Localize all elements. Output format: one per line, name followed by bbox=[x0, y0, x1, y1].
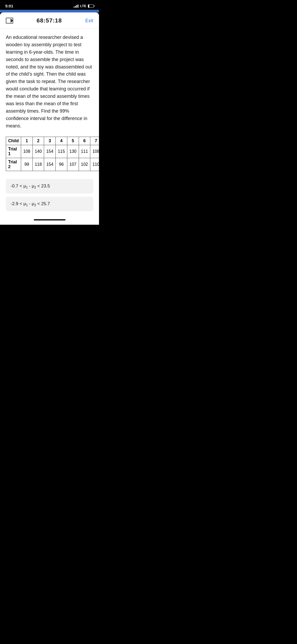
battery-icon bbox=[88, 4, 94, 8]
table-row: Trial1 108 140 154 115 130 111 108 bbox=[6, 145, 99, 158]
battery-fill bbox=[88, 5, 89, 7]
col-header-1: 1 bbox=[21, 137, 33, 145]
trial2-child7: 110 bbox=[90, 158, 99, 171]
question-text: An educational researcher devised a wood… bbox=[6, 34, 93, 130]
col-header-6: 6 bbox=[79, 137, 90, 145]
timer-bar: 68:57:18 Exit bbox=[0, 12, 99, 29]
answer-text-a: -0.7 < μ1 - μ2 < 23.5 bbox=[11, 183, 50, 188]
data-table: Child 1 2 3 4 5 6 7 Trial1 108 140 154 1… bbox=[6, 137, 99, 171]
trial2-child2: 118 bbox=[32, 158, 44, 171]
main-card: 68:57:18 Exit An educational researcher … bbox=[0, 12, 99, 225]
row-trial1-label: Trial1 bbox=[6, 145, 21, 158]
exit-button[interactable]: Exit bbox=[85, 18, 93, 24]
trial2-child5: 107 bbox=[67, 158, 79, 171]
col-header-2: 2 bbox=[32, 137, 44, 145]
trial1-child3: 154 bbox=[44, 145, 56, 158]
trial1-child2: 140 bbox=[32, 145, 44, 158]
answer-option-a[interactable]: -0.7 < μ1 - μ2 < 23.5 bbox=[6, 179, 93, 194]
trial2-child4: 96 bbox=[56, 158, 67, 171]
trial1-child6: 111 bbox=[79, 145, 90, 158]
timer-display: 68:57:18 bbox=[36, 17, 62, 24]
table-row: Trial2 99 118 154 96 107 102 110 bbox=[6, 158, 99, 171]
trial2-child3: 154 bbox=[44, 158, 56, 171]
question-section: An educational researcher devised a wood… bbox=[0, 29, 99, 134]
answer-option-b[interactable]: -2.9 < μ1 - μ2 < 25.7 bbox=[6, 197, 93, 211]
trial2-child6: 102 bbox=[79, 158, 90, 171]
trial1-child7: 108 bbox=[90, 145, 99, 158]
col-header-3: 3 bbox=[44, 137, 56, 145]
answer-text-b: -2.9 < μ1 - μ2 < 25.7 bbox=[11, 201, 50, 206]
status-time: 5:01 bbox=[5, 4, 13, 8]
row-trial2-label: Trial2 bbox=[6, 158, 21, 171]
signal-bars-icon bbox=[74, 4, 78, 8]
home-bar bbox=[34, 219, 65, 220]
flag-arrow-icon bbox=[11, 19, 13, 23]
flag-icon[interactable] bbox=[6, 18, 13, 24]
answers-section: -0.7 < μ1 - μ2 < 23.5 -2.9 < μ1 - μ2 < 2… bbox=[0, 176, 99, 219]
trial1-child1: 108 bbox=[21, 145, 33, 158]
col-header-7: 7 bbox=[90, 137, 99, 145]
bottom-indicator bbox=[0, 219, 99, 225]
table-header-row: Child 1 2 3 4 5 6 7 bbox=[6, 137, 99, 145]
blue-header-stripe bbox=[0, 10, 99, 12]
status-right: LTE bbox=[74, 4, 94, 8]
col-header-4: 4 bbox=[56, 137, 67, 145]
trial2-child1: 99 bbox=[21, 158, 33, 171]
col-header-child: Child bbox=[6, 137, 21, 145]
trial1-child4: 115 bbox=[56, 145, 67, 158]
trial1-child5: 130 bbox=[67, 145, 79, 158]
status-bar: 5:01 LTE bbox=[0, 0, 99, 10]
lte-label: LTE bbox=[80, 4, 86, 8]
table-section: Child 1 2 3 4 5 6 7 Trial1 108 140 154 1… bbox=[0, 134, 99, 176]
col-header-5: 5 bbox=[67, 137, 79, 145]
